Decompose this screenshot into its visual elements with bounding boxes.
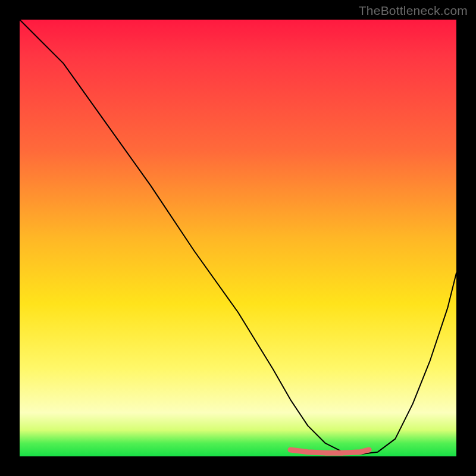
bottom-marker — [290, 450, 369, 453]
watermark-text: TheBottleneck.com — [359, 4, 468, 18]
chart-frame: TheBottleneck.com — [0, 0, 476, 476]
main-curve — [20, 20, 456, 454]
plot-area — [20, 20, 456, 456]
chart-svg — [20, 20, 456, 456]
